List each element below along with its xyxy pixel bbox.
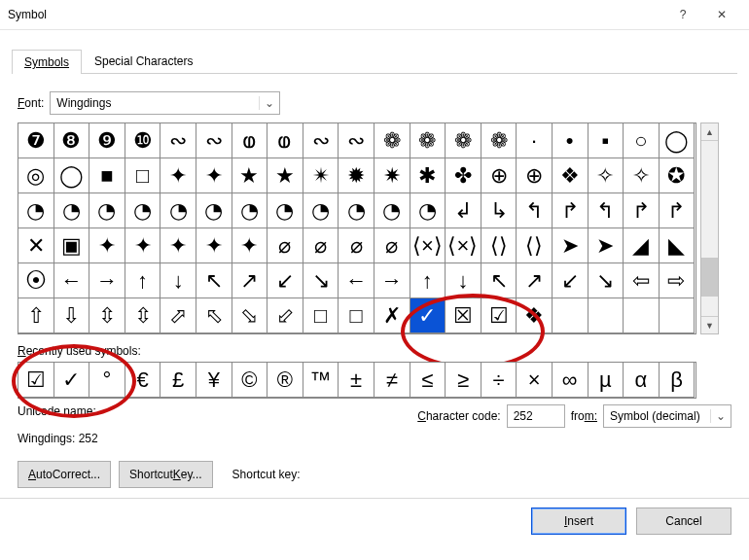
symbol-cell[interactable]: ⇩ — [54, 298, 90, 333]
symbol-cell[interactable]: ✴ — [303, 158, 339, 193]
symbol-cell[interactable]: ✕ — [18, 228, 54, 263]
symbol-cell[interactable]: □ — [338, 298, 374, 333]
symbol-cell[interactable]: ↳ — [481, 192, 517, 228]
symbol-cell[interactable]: ❖ — [552, 158, 588, 193]
symbol-cell[interactable]: ⇨ — [659, 262, 696, 298]
symbol-cell[interactable]: ↖ — [481, 262, 517, 298]
recent-symbol-cell[interactable]: ° — [89, 362, 125, 398]
symbol-cell[interactable] — [552, 298, 588, 333]
symbol-cell[interactable]: ✗ — [374, 298, 410, 333]
symbol-cell[interactable]: ↰ — [516, 192, 553, 228]
symbol-cell[interactable]: ⬀ — [160, 298, 196, 333]
scroll-down-icon[interactable]: ▼ — [701, 316, 718, 333]
shortcut-key-button[interactable]: Shortcut Key... — [119, 461, 213, 488]
symbol-cell[interactable]: ✧ — [588, 158, 624, 193]
insert-button[interactable]: Insert — [531, 508, 626, 535]
symbol-cell[interactable]: ↱ — [623, 192, 660, 228]
tab-symbols[interactable]: Symbols — [12, 50, 82, 74]
recently-used-grid[interactable]: ☑✓°€£¥©®™±≠≤≥÷×∞µαβ — [18, 362, 696, 399]
recent-symbol-cell[interactable]: ™ — [303, 362, 339, 398]
symbol-cell[interactable]: ← — [54, 262, 90, 298]
character-code-input[interactable]: 252 — [507, 404, 565, 428]
symbol-cell[interactable]: ⊕ — [481, 158, 517, 193]
symbol-cell[interactable]: ⟨×⟩ — [410, 228, 446, 263]
symbol-cell[interactable]: ⇳ — [125, 298, 161, 333]
symbol-cell[interactable]: ⬃ — [267, 298, 303, 333]
symbol-cell[interactable]: ← — [338, 262, 374, 298]
symbol-cell[interactable]: ◔ — [338, 192, 374, 228]
symbol-cell[interactable]: ◯ — [54, 158, 90, 193]
symbol-cell[interactable]: ◔ — [196, 192, 232, 228]
symbol-cell[interactable]: · — [516, 122, 553, 158]
symbol-cell[interactable] — [623, 298, 660, 333]
symbol-cell[interactable]: ∾ — [196, 122, 232, 158]
symbol-cell[interactable]: ⦿ — [18, 262, 54, 298]
symbol-cell[interactable]: ❁ — [481, 122, 517, 158]
help-button[interactable]: ? — [663, 0, 702, 29]
symbol-cell[interactable]: ⌀ — [303, 228, 339, 263]
symbol-cell[interactable]: ⊕ — [516, 158, 553, 193]
symbol-cell[interactable]: ✤ — [445, 158, 482, 193]
symbol-cell[interactable]: ◢ — [623, 228, 660, 263]
recent-symbol-cell[interactable]: ÷ — [481, 362, 517, 398]
symbol-cell[interactable]: ◔ — [232, 192, 268, 228]
recent-symbol-cell[interactable]: ± — [338, 362, 374, 398]
symbol-cell[interactable]: ▣ — [54, 228, 90, 263]
symbol-cell[interactable]: ✷ — [374, 158, 410, 193]
symbol-cell[interactable]: ❁ — [374, 122, 410, 158]
symbol-cell[interactable]: ★ — [267, 158, 303, 193]
font-select[interactable]: Wingdings ⌄ — [50, 91, 280, 115]
symbol-cell[interactable]: ◎ — [18, 158, 54, 193]
symbol-cell[interactable]: ◯ — [659, 122, 696, 158]
symbol-cell[interactable]: ⬂ — [232, 298, 268, 333]
recent-symbol-cell[interactable]: ¥ — [196, 362, 232, 398]
symbol-cell[interactable]: ✦ — [196, 158, 232, 193]
symbol-cell[interactable]: ★ — [232, 158, 268, 193]
symbol-cell[interactable]: ⇦ — [623, 262, 660, 298]
symbol-cell[interactable]: ➤ — [588, 228, 624, 263]
symbol-cell[interactable]: ↱ — [659, 192, 696, 228]
symbol-cell[interactable]: ❁ — [445, 122, 482, 158]
symbol-cell[interactable]: ∾ — [338, 122, 374, 158]
symbol-cell[interactable]: ○ — [623, 122, 660, 158]
recent-symbol-cell[interactable]: ≥ — [445, 362, 482, 398]
symbol-cell[interactable]: → — [89, 262, 125, 298]
symbol-cell[interactable]: ◔ — [160, 192, 196, 228]
symbol-cell[interactable]: ∾ — [303, 122, 339, 158]
symbol-cell[interactable]: ❁ — [410, 122, 446, 158]
symbol-cell[interactable]: ✓ — [410, 298, 446, 333]
symbol-cell[interactable]: ✹ — [338, 158, 374, 193]
close-button[interactable]: ✕ — [702, 0, 741, 29]
symbol-grid[interactable]: ❼❽❾❿∾∾ⱷⱷ∾∾❁❁❁❁·•▪○◯◎◯■□✦✦★★✴✹✷✱✤⊕⊕❖✧✧✪◔◔… — [18, 122, 696, 334]
symbol-cell[interactable]: ↓ — [160, 262, 196, 298]
recent-symbol-cell[interactable]: α — [623, 362, 660, 398]
recent-symbol-cell[interactable]: £ — [160, 362, 196, 398]
symbol-cell[interactable]: ☒ — [445, 298, 482, 333]
symbol-cell[interactable]: ↓ — [445, 262, 482, 298]
symbol-cell[interactable]: □ — [303, 298, 339, 333]
symbol-cell[interactable]: ↑ — [125, 262, 161, 298]
symbol-cell[interactable]: ↲ — [445, 192, 482, 228]
symbol-cell[interactable]: ❼ — [18, 122, 54, 158]
symbol-cell[interactable]: ∾ — [160, 122, 196, 158]
symbol-cell[interactable]: ↗ — [516, 262, 553, 298]
symbol-cell[interactable]: ◔ — [18, 192, 54, 228]
symbol-cell[interactable]: ⱷ — [232, 122, 268, 158]
recent-symbol-cell[interactable]: € — [125, 362, 161, 398]
symbol-cell[interactable]: ❾ — [89, 122, 125, 158]
symbol-cell[interactable]: ➤ — [552, 228, 588, 263]
recent-symbol-cell[interactable]: × — [516, 362, 553, 398]
symbol-cell[interactable]: ◔ — [267, 192, 303, 228]
cancel-button[interactable]: Cancel — [636, 508, 731, 535]
symbol-cell[interactable]: ✦ — [125, 228, 161, 263]
symbol-cell[interactable]: ✦ — [89, 228, 125, 263]
symbol-cell[interactable]: ❿ — [125, 122, 161, 158]
symbol-cell[interactable]: ◔ — [303, 192, 339, 228]
symbol-cell[interactable]: → — [374, 262, 410, 298]
symbol-cell[interactable]: ↘ — [303, 262, 339, 298]
tab-special-characters[interactable]: Special Characters — [82, 49, 205, 73]
scroll-up-icon[interactable]: ▲ — [701, 123, 718, 141]
symbol-cell[interactable] — [659, 298, 696, 333]
symbol-cell[interactable]: ◔ — [125, 192, 161, 228]
symbol-cell[interactable]: ⇧ — [18, 298, 54, 333]
